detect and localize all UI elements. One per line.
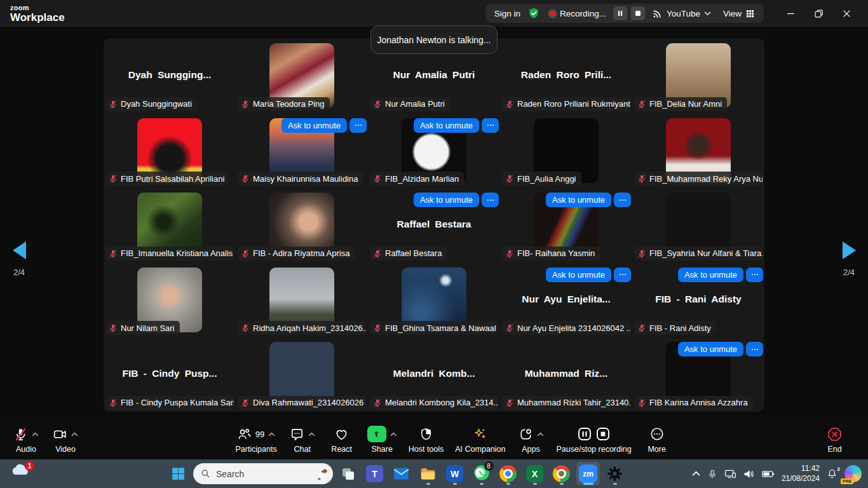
view-button[interactable]: View <box>723 9 755 18</box>
toolbar-pause-stop-recording-button[interactable]: Pause/stop recording <box>551 426 637 454</box>
restore-button[interactable] <box>804 3 832 24</box>
toolbar-host-tools-button[interactable]: Host tools <box>403 426 450 454</box>
participant-tile[interactable]: FIB_Syahria Nur Alfani & Tiara... <box>632 187 764 262</box>
participant-tile[interactable]: Nur Nilam Sari <box>104 262 236 337</box>
chrome-icon[interactable] <box>496 462 520 485</box>
participant-tile[interactable]: FIB_Muhammad Reky Arya Nu... <box>632 113 764 188</box>
toolbar-chevron[interactable] <box>537 430 544 438</box>
end-meeting-button[interactable]: End <box>821 426 862 454</box>
participant-nameplate: FIB_Imanuella Kristiana Analis <box>105 247 234 261</box>
participant-nameplate: FIB - Adira Riyatma Aprisa <box>238 247 355 261</box>
close-button[interactable] <box>832 3 860 24</box>
notification-bell-icon[interactable]: z <box>827 468 837 479</box>
participant-tile[interactable]: Nur Ayu Enjelita...Ask to unmuteNur Ayu … <box>500 262 632 337</box>
gallery-pagination-right: 2/4 <box>835 241 863 277</box>
participant-tile[interactable]: Raffael BestaraAsk to unmuteRaffael Best… <box>368 187 500 262</box>
participant-tile[interactable]: Ask to unmuteFIB_Alzidan Marlian <box>368 113 500 188</box>
muted-mic-icon <box>373 398 382 407</box>
chrome-profile-icon[interactable] <box>550 462 573 485</box>
next-page-button[interactable] <box>843 241 856 259</box>
participant-more-options-button[interactable] <box>482 193 499 207</box>
participant-tile[interactable]: FIB_Ghina Tsamara & Nawaal ... <box>368 262 500 337</box>
participant-tile[interactable]: FIB Putri Salsabilah Apriliani <box>104 113 236 188</box>
teams-icon[interactable]: T <box>363 462 386 485</box>
whatsapp-icon[interactable]: 8 <box>470 462 493 485</box>
participant-tile[interactable]: FIB - Adira Riyatma Aprisa <box>236 187 368 262</box>
participant-tile[interactable]: Melandri Komb...Melandri Kombong Kila_23… <box>368 337 500 412</box>
security-shield-icon[interactable] <box>527 7 540 20</box>
participant-tile[interactable]: FIB_Imanuella Kristiana Analis <box>104 187 236 262</box>
participant-more-options-button[interactable] <box>614 193 631 207</box>
pause-recording-button[interactable] <box>613 6 627 20</box>
participant-more-options-button[interactable] <box>746 342 763 356</box>
toolbar-video-button[interactable]: Video <box>46 426 85 454</box>
toolbar-chevron[interactable] <box>71 430 78 438</box>
start-button[interactable] <box>166 462 190 485</box>
taskbar-search-box[interactable]: Search <box>193 463 333 484</box>
ask-to-unmute-group: Ask to unmute <box>546 268 631 282</box>
task-view-icon[interactable] <box>336 462 360 485</box>
taskbar-clock[interactable]: 11:42 21/08/2024 <box>782 464 820 484</box>
toolbar-share-button[interactable]: Share <box>362 426 403 454</box>
participant-name: FIB_Muhammad Reky Arya Nu... <box>649 174 763 184</box>
sign-in-link[interactable]: Sign in <box>494 9 520 18</box>
participant-tile[interactable]: Muhammad Riz...Muhammad Rizki Tahir_2314… <box>500 337 632 412</box>
mail-icon[interactable] <box>390 462 413 485</box>
participant-tile[interactable]: Ridha Ariqah Hakim_2314026... <box>236 262 368 337</box>
participant-more-options-button[interactable] <box>746 268 763 282</box>
participant-name: FIB_Alzidan Marlian <box>385 174 459 184</box>
participant-display-name: FIB - Rani Adisty <box>635 293 762 304</box>
file-explorer-icon[interactable] <box>416 462 440 485</box>
excel-icon[interactable]: X <box>523 462 546 485</box>
copilot-icon[interactable]: PRE <box>844 465 862 482</box>
ask-to-unmute-button[interactable]: Ask to unmute <box>546 193 611 207</box>
ask-to-unmute-button[interactable]: Ask to unmute <box>678 268 743 282</box>
toolbar-participants-button[interactable]: 99Participants <box>229 426 282 454</box>
zoom-app-icon[interactable]: zm <box>576 462 600 485</box>
minimize-button[interactable] <box>776 3 804 24</box>
toolbar-chevron[interactable] <box>32 430 39 438</box>
onedrive-icon[interactable]: 1 <box>10 463 33 485</box>
participant-tile[interactable]: FIB_Aulia Anggi <box>500 113 632 188</box>
toolbar-chevron[interactable] <box>308 430 315 438</box>
participant-more-options-button[interactable] <box>349 118 367 133</box>
muted-mic-icon <box>373 100 382 109</box>
toolbar-chat-button[interactable]: Chat <box>283 426 322 454</box>
ask-to-unmute-button[interactable]: Ask to unmute <box>414 118 479 133</box>
toolbar-chevron[interactable] <box>268 430 275 438</box>
tray-cast-icon[interactable] <box>724 469 736 479</box>
ask-to-unmute-button[interactable]: Ask to unmute <box>678 342 743 356</box>
participant-more-options-button[interactable] <box>482 118 499 133</box>
ask-to-unmute-button[interactable]: Ask to unmute <box>546 268 611 282</box>
ask-to-unmute-button[interactable]: Ask to unmute <box>414 193 479 207</box>
tray-speaker-icon[interactable] <box>743 469 755 479</box>
toolbar-react-button[interactable]: React <box>322 426 362 454</box>
participant-tile[interactable]: FIB_Delia Nur Amni <box>632 38 764 113</box>
toolbar-more-button[interactable]: More <box>637 426 677 454</box>
toolbar-chevron[interactable] <box>390 430 397 438</box>
ask-to-unmute-button[interactable]: Ask to unmute <box>281 118 347 133</box>
live-stream-control[interactable]: YouTube <box>652 8 711 19</box>
participant-tile[interactable]: Raden Roro Prili...Raden Roro Priliani R… <box>500 38 632 113</box>
previous-page-button[interactable] <box>13 241 26 259</box>
toolbar-audio-button[interactable]: Audio <box>6 426 46 454</box>
muted-mic-icon <box>109 174 118 183</box>
participant-tile[interactable]: FIB - Rani AdistyAsk to unmuteFIB - Rani… <box>632 262 764 337</box>
participant-tile[interactable]: Ask to unmuteFIB- Raihana Yasmin <box>500 187 632 262</box>
participant-tile[interactable]: FIB - Cindy Pusp...FIB - Cindy Puspa Kum… <box>104 337 236 412</box>
participant-tile[interactable]: Ask to unmuteMaisy Khairunnisa Maulidina <box>236 113 368 188</box>
word-icon[interactable]: W <box>443 462 466 485</box>
settings-icon[interactable] <box>603 462 627 485</box>
stop-recording-button[interactable] <box>631 6 645 20</box>
participant-tile[interactable]: Dyah Sungging...Dyah Sunggingwati <box>104 38 236 113</box>
tray-battery-icon[interactable] <box>762 470 775 478</box>
toolbar-apps-button[interactable]: Apps <box>512 426 551 454</box>
participant-tile[interactable]: Maria Teodora Ping <box>236 38 368 113</box>
tray-microphone-icon[interactable] <box>707 469 717 479</box>
tray-overflow-chevron-icon[interactable] <box>692 471 700 477</box>
toolbar-ai-companion-button[interactable]: AI Companion <box>449 426 511 454</box>
participant-more-options-button[interactable] <box>614 268 631 282</box>
toolbar-item-label: Share <box>372 445 393 454</box>
participant-tile[interactable]: Diva Rahmawati_2314026026 <box>236 337 368 412</box>
participant-tile[interactable]: Ask to unmuteFIB Karina Annisa Azzahra <box>632 337 764 412</box>
